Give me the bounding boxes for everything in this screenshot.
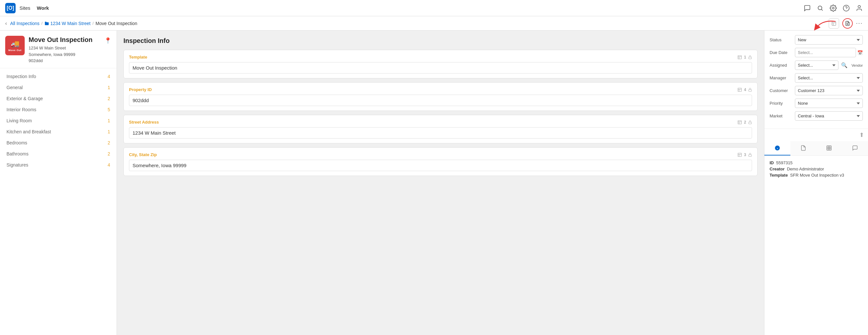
- field-card-property-id: Property ID 4: [123, 82, 757, 111]
- center-content: Inspection Info Template 1 Property ID 4: [117, 31, 764, 335]
- calendar-icon[interactable]: 📅: [857, 50, 863, 55]
- help-icon[interactable]: [843, 4, 850, 12]
- scroll-up-button[interactable]: ⬆: [764, 129, 868, 141]
- nav-item-signatures[interactable]: Signatures 4: [0, 159, 117, 170]
- vendor-label: Vendor: [851, 63, 863, 67]
- nav-label-bathrooms: Bathrooms: [6, 151, 29, 157]
- nav-label-exterior: Exterior & Garage: [6, 96, 43, 101]
- field-label-street-address: Street Address 2: [129, 120, 752, 124]
- move-out-label: Move Out: [8, 49, 22, 52]
- inspection-header: 🚚 Move Out Move Out Inspection 1234 W Ma…: [0, 31, 117, 68]
- market-select[interactable]: Central - Iowa: [795, 111, 863, 121]
- breadcrumb-all-inspections[interactable]: All Inspections: [10, 21, 39, 26]
- svg-line-1: [822, 9, 823, 10]
- nav-count-bathrooms: 2: [107, 151, 110, 157]
- nav-item-interior[interactable]: Interior Rooms 5: [0, 104, 117, 115]
- field-input-property-id[interactable]: [129, 95, 752, 106]
- assigned-select[interactable]: Select...: [795, 60, 838, 70]
- assigned-label: Assigned: [770, 63, 792, 68]
- document-view-button[interactable]: [842, 18, 853, 29]
- svg-point-2: [832, 7, 834, 9]
- breadcrumb-sep-1: /: [41, 21, 42, 26]
- more-options-button[interactable]: ···: [856, 20, 863, 27]
- field-label-property-id: Property ID 4: [129, 87, 752, 92]
- main-layout: 🚚 Move Out Move Out Inspection 1234 W Ma…: [0, 31, 868, 335]
- nav-work[interactable]: Work: [37, 5, 49, 11]
- nav-label-interior: Interior Rooms: [6, 107, 36, 112]
- breadcrumb-folder[interactable]: 1234 W Main Street: [44, 21, 91, 26]
- priority-row: Priority None: [770, 99, 863, 108]
- tab-info[interactable]: [764, 141, 790, 156]
- svg-point-5: [858, 5, 860, 7]
- field-input-city-state-zip[interactable]: [129, 160, 752, 171]
- field-card-street-address: Street Address 2: [123, 115, 757, 143]
- property-id: 902ddd: [29, 58, 100, 64]
- user-icon[interactable]: [856, 4, 863, 12]
- nav-label-living-room: Living Room: [6, 118, 32, 123]
- right-panel-form: Status New Due Date 📅 Assigned Select...…: [764, 31, 868, 129]
- due-date-input-group: 📅: [795, 48, 863, 57]
- back-button[interactable]: ‹: [5, 21, 7, 26]
- inspection-title: Move Out Inspection: [29, 36, 100, 44]
- manager-row: Manager Select...: [770, 73, 863, 83]
- svg-rect-20: [749, 122, 752, 124]
- breadcrumb-sep-2: /: [93, 21, 94, 26]
- nav-count-interior: 5: [107, 107, 110, 112]
- priority-select[interactable]: None: [795, 99, 863, 108]
- due-date-input[interactable]: [795, 48, 856, 57]
- right-panel-meta: ID 5597315 Creator Demo Administrator Te…: [764, 156, 868, 184]
- search-icon[interactable]: [817, 4, 824, 12]
- comments-icon[interactable]: [804, 4, 811, 12]
- status-select[interactable]: New: [795, 35, 863, 45]
- manager-select[interactable]: Select...: [795, 73, 863, 83]
- meta-creator: Creator Demo Administrator: [770, 167, 863, 171]
- top-nav: [O] Sites Work: [0, 0, 868, 16]
- nav-item-kitchen[interactable]: Kitchen and Breakfast 1: [0, 126, 117, 137]
- inspection-title-block: Move Out Inspection 1234 W Main Street S…: [29, 36, 100, 64]
- nav-count-bedrooms: 2: [107, 140, 110, 145]
- nav-label-signatures: Signatures: [6, 162, 28, 167]
- truck-icon: 🚚: [11, 40, 20, 48]
- meta-template: Template SFR Move Out Inspection v3: [770, 173, 863, 177]
- nav-links: Sites Work: [20, 5, 49, 11]
- nav-item-exterior[interactable]: Exterior & Garage 2: [0, 93, 117, 104]
- breadcrumb-bar: ‹ All Inspections / 1234 W Main Street /…: [0, 16, 868, 31]
- nav-item-living-room[interactable]: Living Room 1: [0, 115, 117, 126]
- nav-count-inspection-info: 4: [107, 74, 110, 79]
- pin-icon[interactable]: 📍: [104, 37, 112, 44]
- nav-count-general: 1: [107, 85, 110, 90]
- nav-item-bedrooms[interactable]: Bedrooms 2: [0, 137, 117, 148]
- meta-id-value: 5597315: [776, 160, 793, 165]
- tab-grid[interactable]: [816, 141, 842, 156]
- tab-documents[interactable]: [790, 141, 816, 156]
- nav-item-bathrooms[interactable]: Bathrooms 2: [0, 148, 117, 159]
- inspection-address: 1234 W Main Street Somewhere, Iowa 99999…: [29, 45, 100, 64]
- field-street-address-icons: 2: [737, 120, 752, 124]
- field-label-city-state-zip: City, State Zip 3: [129, 152, 752, 157]
- customer-select[interactable]: Customer 123: [795, 86, 863, 95]
- inspection-nav: Inspection Info 4 General 1 Exterior & G…: [0, 68, 117, 173]
- field-input-template[interactable]: [129, 62, 752, 74]
- address-line2: Somewhere, Iowa 99999: [29, 51, 100, 58]
- nav-count-living-room: 1: [107, 118, 110, 123]
- app-logo[interactable]: [O]: [5, 3, 16, 13]
- status-label: Status: [770, 37, 792, 42]
- meta-template-value: SFR Move Out Inspection v3: [790, 173, 844, 177]
- market-label: Market: [770, 113, 792, 118]
- manager-label: Manager: [770, 76, 792, 80]
- gallery-view-button[interactable]: [829, 18, 839, 29]
- settings-icon[interactable]: [830, 4, 837, 12]
- customer-row: Customer Customer 123: [770, 86, 863, 95]
- nav-item-general[interactable]: General 1: [0, 82, 117, 93]
- field-card-template: Template 1: [123, 50, 757, 78]
- tab-chat[interactable]: [842, 141, 868, 156]
- nav-sites[interactable]: Sites: [20, 5, 30, 11]
- nav-item-inspection-info[interactable]: Inspection Info 4: [0, 71, 117, 82]
- nav-count-signatures: 4: [107, 162, 110, 167]
- vendor-search-icon[interactable]: 🔍: [841, 62, 847, 68]
- nav-icons: [804, 4, 863, 12]
- svg-rect-6: [832, 22, 836, 25]
- nav-label-general: General: [6, 85, 23, 90]
- svg-point-3: [843, 5, 849, 11]
- field-input-street-address[interactable]: [129, 127, 752, 139]
